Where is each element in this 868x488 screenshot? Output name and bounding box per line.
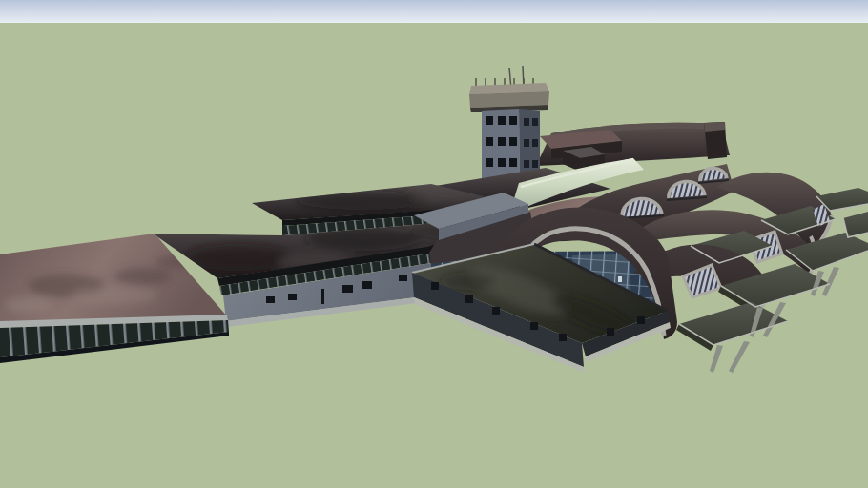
tower-window (524, 118, 529, 126)
tower-window (509, 116, 517, 125)
tower-window (524, 139, 529, 147)
sky (0, 0, 868, 25)
tower-window (486, 116, 493, 125)
roof-stain (5, 297, 52, 313)
tower-window (532, 118, 538, 126)
wall-door (321, 289, 324, 304)
roof-stain (114, 268, 172, 285)
wall-window (342, 285, 353, 293)
wall-window (492, 307, 500, 315)
tower-window (498, 116, 506, 125)
roof-stain (441, 273, 494, 290)
tower-window (486, 137, 493, 146)
wall-window (288, 294, 297, 300)
roof-stain (72, 286, 157, 305)
wall-window (607, 328, 614, 336)
tower-window (509, 137, 517, 146)
wall-window (637, 316, 645, 324)
tower-windows-front (486, 116, 517, 167)
roof-stain (186, 244, 291, 271)
tower-window (532, 139, 538, 147)
wall-window (465, 295, 473, 303)
terminal-3d-render (0, 0, 868, 488)
wall-window (559, 334, 567, 341)
wall-window (431, 282, 439, 290)
wall-window (399, 274, 407, 281)
tower-window (532, 160, 538, 168)
tower-window (524, 160, 529, 168)
tower-window (498, 158, 506, 167)
tower-window (509, 158, 517, 167)
wall-window (362, 281, 372, 289)
glass-light (618, 276, 622, 282)
wall-window (530, 322, 538, 330)
model-viewport[interactable] (0, 0, 868, 488)
tower-window (498, 137, 506, 146)
wall-window (266, 296, 275, 303)
tower-window (486, 158, 493, 167)
